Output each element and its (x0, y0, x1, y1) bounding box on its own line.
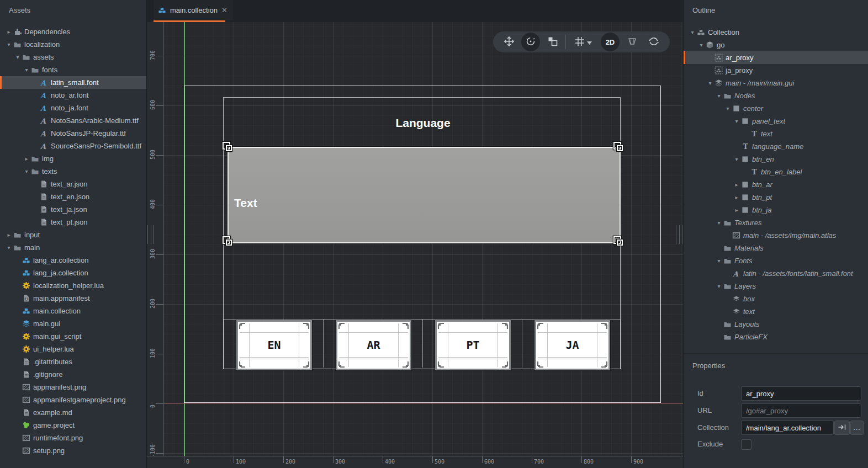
tree-item-ja-proxy[interactable]: ja_proxy (684, 64, 868, 77)
tree-item-dependencies[interactable]: ▸Dependencies (0, 25, 146, 38)
exclude-checkbox[interactable] (741, 439, 751, 450)
tree-item-layouts[interactable]: Layouts (684, 318, 868, 331)
tree-item-fonts[interactable]: ▾fonts (0, 63, 146, 76)
expand-arrow-icon[interactable]: ▾ (716, 89, 722, 102)
reload-button[interactable] (644, 33, 663, 51)
tree-item-panel-text[interactable]: ▾panel_text (684, 115, 868, 127)
browse-collection-button[interactable]: ... (850, 421, 864, 435)
tree-item-main-main-main-gui[interactable]: ▾main - /main/main.gui (684, 77, 868, 89)
scene-canvas[interactable]: Language Text ENARPTJA 70060050040030020… (147, 22, 683, 468)
tree-item-text-ja-json[interactable]: text_ja.json (0, 203, 146, 216)
tree-item-btn-pt[interactable]: ▸btn_pt (684, 191, 868, 204)
expand-arrow-icon[interactable]: ▾ (733, 153, 740, 166)
text-label-node[interactable]: Text (234, 196, 257, 210)
tree-item-appmanifest-png[interactable]: appmanifest.png (0, 381, 146, 393)
panel-text-node[interactable] (227, 147, 621, 243)
tree-item-main-gui[interactable]: main.gui (0, 317, 146, 330)
tree-item-lang-ar-collection[interactable]: lang_ar.collection (0, 254, 146, 267)
tree-item-btn-ja[interactable]: ▸btn_ja (684, 204, 868, 216)
right-pane-splitter[interactable] (676, 225, 682, 244)
tree-item-sourcesanspro-semibold-ttf[interactable]: ASourceSansPro-Semibold.ttf (0, 140, 146, 152)
tree-item-materials[interactable]: Materials (684, 242, 868, 254)
tree-item-btn-en[interactable]: ▾btn_en (684, 153, 868, 166)
tree-item-layers[interactable]: ▾Layers (684, 280, 868, 292)
camera-2d-toggle[interactable]: 2D (601, 33, 620, 51)
tab-main-collection[interactable]: main.collection ✕ (154, 0, 233, 20)
selection-handle[interactable] (612, 235, 624, 247)
expand-arrow-icon[interactable]: ▸ (6, 228, 12, 241)
tree-item-ui-helper-lua[interactable]: ui_helper.lua (0, 343, 146, 355)
gui-button-node-en[interactable]: EN (236, 320, 312, 370)
tree-item-lang-ja-collection[interactable]: lang_ja.collection (0, 267, 146, 279)
tree-item-setup-png[interactable]: setup.png (0, 444, 146, 457)
tree-item-game-project[interactable]: game.project (0, 419, 146, 432)
tree-item-img[interactable]: ▸img (0, 152, 146, 165)
tree-item-nodes[interactable]: ▾Nodes (684, 89, 868, 102)
frustum-culling-button[interactable] (623, 33, 642, 51)
tree-item-box[interactable]: box (684, 292, 868, 305)
tree-item-text-pt-json[interactable]: text_pt.json (0, 216, 146, 228)
expand-arrow-icon[interactable]: ▾ (6, 241, 12, 254)
left-pane-splitter[interactable] (147, 225, 154, 244)
tree-item-main-assets-img-main-atlas[interactable]: main - /assets/img/main.atlas (684, 229, 868, 242)
tree-item-localization[interactable]: ▾localization (0, 38, 146, 51)
tree-item-main-appmanifest[interactable]: imain.appmanifest (0, 292, 146, 305)
expand-arrow-icon[interactable]: ▾ (689, 26, 696, 39)
tree-item-example-md[interactable]: example.md (0, 406, 146, 419)
tree-item-latin-small-font[interactable]: Alatin_small.font (0, 76, 146, 89)
tree-item-noto-ar-font[interactable]: Anoto_ar.font (0, 89, 146, 102)
selection-handle[interactable] (612, 141, 624, 153)
expand-arrow-icon[interactable]: ▸ (23, 152, 30, 165)
tree-item-language-name[interactable]: Tlanguage_name (684, 140, 868, 153)
close-tab-icon[interactable]: ✕ (221, 6, 227, 14)
gui-button-node-pt[interactable]: PT (435, 320, 511, 370)
expand-arrow-icon[interactable]: ▾ (23, 165, 30, 178)
expand-arrow-icon[interactable]: ▾ (724, 102, 731, 115)
tree-item--gitignore[interactable]: .gitignore (0, 368, 146, 381)
tree-item-go[interactable]: ▾go (684, 39, 868, 51)
expand-arrow-icon[interactable]: ▸ (6, 25, 12, 38)
tree-item--gitattributes[interactable]: .gitattributes (0, 355, 146, 368)
tree-item-localization-helper-lua[interactable]: localization_helper.lua (0, 279, 146, 292)
expand-arrow-icon[interactable]: ▸ (733, 178, 740, 191)
tree-item-texts[interactable]: ▾texts (0, 165, 146, 178)
open-resource-button[interactable] (834, 421, 850, 435)
expand-arrow-icon[interactable]: ▾ (23, 63, 30, 76)
gui-button-node-ja[interactable]: JA (534, 320, 610, 370)
tree-item-text[interactable]: Ttext (684, 127, 868, 140)
selection-handle[interactable] (221, 141, 234, 153)
expand-arrow-icon[interactable]: ▸ (733, 204, 740, 216)
expand-arrow-icon[interactable]: ▾ (6, 38, 12, 51)
language-title-text-node[interactable]: Language (379, 116, 467, 130)
tree-item-runtimefont-png[interactable]: runtimefont.png (0, 432, 146, 444)
grid-settings-button[interactable] (569, 33, 597, 51)
rotate-tool-button[interactable] (521, 33, 540, 51)
expand-arrow-icon[interactable]: ▾ (716, 280, 722, 292)
expand-arrow-icon[interactable]: ▾ (698, 39, 705, 51)
tree-item-btn-ar[interactable]: ▸btn_ar (684, 178, 868, 191)
tree-item-btn-en-label[interactable]: Tbtn_en_label (684, 166, 868, 178)
expand-arrow-icon[interactable]: ▾ (733, 115, 740, 127)
tree-item-noto-ja-font[interactable]: Anoto_ja.font (0, 102, 146, 114)
tree-item-main-gui-script[interactable]: main.gui_script (0, 330, 146, 343)
tree-item-textures[interactable]: ▾Textures (684, 216, 868, 229)
tree-item-particlefx[interactable]: ParticleFX (684, 331, 868, 343)
tree-item-text-en-json[interactable]: text_en.json (0, 190, 146, 203)
tree-item-center[interactable]: ▾center (684, 102, 868, 115)
tree-item-main-collection[interactable]: main.collection (0, 305, 146, 317)
tree-item-input[interactable]: ▸input (0, 228, 146, 241)
tree-item-main[interactable]: ▾main (0, 241, 146, 254)
tree-item-latin-assets-fonts-latin-small-font[interactable]: Alatin - /assets/fonts/latin_small.font (684, 267, 868, 280)
expand-arrow-icon[interactable]: ▾ (716, 216, 722, 229)
expand-arrow-icon[interactable]: ▸ (733, 191, 740, 204)
tree-item-notosansarabic-medium-ttf[interactable]: ANotoSansArabic-Medium.ttf (0, 114, 146, 127)
gui-button-node-ar[interactable]: AR (336, 320, 411, 370)
tree-item-assets[interactable]: ▾assets (0, 51, 146, 63)
expand-arrow-icon[interactable]: ▾ (707, 77, 713, 89)
tree-item-text-ar-json[interactable]: text_ar.json (0, 178, 146, 190)
id-field[interactable] (741, 386, 861, 401)
url-field[interactable] (741, 403, 861, 418)
expand-arrow-icon[interactable]: ▾ (14, 51, 21, 63)
move-tool-button[interactable] (500, 33, 518, 51)
tree-item-fonts[interactable]: ▾Fonts (684, 254, 868, 267)
